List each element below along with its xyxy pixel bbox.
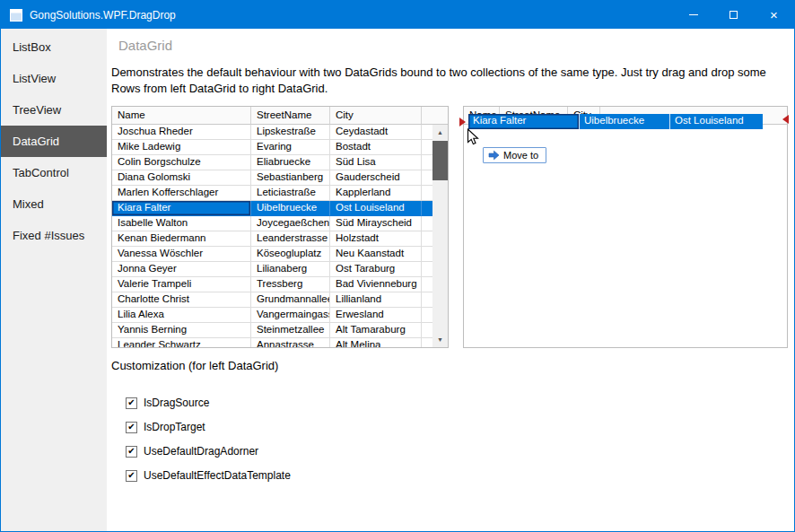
cell: Erwesland	[330, 308, 422, 323]
table-row[interactable]: Colin BorgschulzeEliabrueckeSüd Lisa	[112, 155, 432, 170]
drop-effect-label: Move to	[503, 150, 538, 161]
row-filler	[422, 308, 432, 323]
checkbox-row: ✔IsDragSource	[126, 391, 794, 415]
sidebar-item-fixed-issues[interactable]: Fixed #Issues	[1, 220, 107, 251]
table-row[interactable]: Marlen KofferschlagerLeticiastraßeKapple…	[112, 186, 432, 201]
titlebar[interactable]: GongSolutions.WPF.DragDrop ×	[1, 1, 794, 29]
row-filler	[422, 186, 432, 201]
move-arrow-icon	[488, 150, 500, 161]
check-icon: ✔	[127, 447, 135, 456]
table-row[interactable]: Kenan BiedermannLeanderstrasseHolzstadt	[112, 231, 432, 247]
cell: Isabelle Walton	[112, 216, 251, 231]
customization-title: Customization (for left DataGrid)	[111, 359, 794, 372]
table-row[interactable]: Mike LadewigEvaringBostadt	[112, 140, 432, 155]
cell: Leander Schwartz	[112, 338, 251, 347]
check-icon: ✔	[127, 398, 135, 407]
cell: Ceydastadt	[330, 125, 422, 140]
cell: Leanderstrasse	[251, 231, 330, 247]
cell: Charlotte Christ	[112, 292, 251, 308]
cell: Kenan Biedermann	[112, 231, 251, 247]
description: Demonstrates the default behaviour with …	[111, 65, 790, 98]
sidebar-item-tabcontrol[interactable]: TabControl	[1, 157, 107, 188]
drop-effect-badge: Move to	[483, 147, 546, 163]
sidebar-item-mixed[interactable]: Mixed	[1, 188, 107, 220]
maximize-button[interactable]	[713, 1, 754, 29]
minimize-button[interactable]	[673, 1, 713, 29]
cell: Alt Tamaraburg	[330, 323, 422, 338]
column-header-streetname[interactable]: StreetName	[251, 107, 330, 125]
cell: Colin Borgschulze	[112, 155, 251, 170]
cell: Ost Louiseland	[330, 201, 422, 216]
cell: Uibelbruecke	[251, 201, 330, 216]
checkbox-label: UseDefaultEffectDataTemplate	[144, 469, 291, 482]
table-row[interactable]: Charlotte ChristGrundmannalleeLillianlan…	[112, 292, 432, 308]
checkbox-usedefaulteffectdatatemplate[interactable]: ✔	[126, 470, 137, 482]
check-icon: ✔	[127, 423, 135, 432]
cell: Steinmetzallee	[251, 323, 330, 338]
table-row[interactable]: Valerie TrampeliTressbergBad Viviennebur…	[112, 277, 432, 292]
table-row[interactable]: Isabelle WaltonJoycegaeßchenSüd Miraysch…	[112, 216, 432, 231]
cell: Lilianaberg	[251, 262, 330, 277]
scrollbar-thumb[interactable]	[432, 141, 448, 180]
cell: Holzstadt	[330, 231, 422, 247]
checkbox-row: ✔IsDropTarget	[126, 415, 794, 440]
checkbox-row: ✔UseDefaultEffectDataTemplate	[126, 464, 794, 488]
sidebar-item-listview[interactable]: ListView	[1, 63, 107, 94]
row-filler	[422, 338, 432, 347]
cell: Eliabruecke	[251, 155, 330, 170]
column-header-name[interactable]: Name	[112, 107, 251, 125]
cell: Valerie Trampeli	[112, 277, 251, 292]
cell: Sebastianberg	[251, 170, 330, 186]
check-icon: ✔	[127, 471, 135, 480]
checkbox-label: IsDropTarget	[144, 421, 205, 433]
cell: Diana Golomski	[112, 170, 251, 186]
sidebar-item-datagrid[interactable]: DataGrid	[1, 126, 107, 157]
table-row[interactable]: Leander SchwartzAnnastrasseAlt Melina	[112, 338, 432, 347]
cell: Grundmannallee	[251, 292, 330, 308]
scroll-up-button[interactable]: ▲	[432, 125, 448, 140]
close-button[interactable]: ×	[754, 1, 794, 29]
drag-adorner: Kiara Falter Uibelbruecke Ost Louiseland	[468, 114, 763, 129]
header-filler	[422, 107, 448, 125]
scroll-down-button[interactable]: ▼	[432, 332, 448, 347]
close-icon: ×	[770, 8, 778, 22]
cell: Bostadt	[330, 140, 422, 155]
table-row[interactable]: Vanessa WöschlerKöseogluplatzNeu Kaansta…	[112, 247, 432, 262]
cell: Jonna Geyer	[112, 262, 251, 277]
column-header-city[interactable]: City	[330, 107, 422, 125]
checkbox-isdroptarget[interactable]: ✔	[126, 422, 137, 433]
cell: Joschua Rheder	[112, 125, 251, 140]
cell: Annastrasse	[251, 338, 330, 347]
table-row[interactable]: Joschua RhederLipskestraßeCeydastadt	[112, 125, 432, 140]
row-filler	[422, 277, 432, 292]
checkbox-isdragsource[interactable]: ✔	[126, 397, 137, 409]
sidebar: ListBoxListViewTreeViewDataGridTabContro…	[1, 29, 107, 531]
cell: Vanessa Wöschler	[112, 247, 251, 262]
cell: Neu Kaanstadt	[330, 247, 422, 262]
table-row[interactable]: Lilia AlexaVangermaingasseErwesland	[112, 308, 432, 323]
row-filler	[422, 216, 432, 231]
customization-section: Customization (for left DataGrid) ✔IsDra…	[111, 359, 794, 488]
drag-adorner-cell-street: Uibelbruecke	[580, 114, 670, 129]
left-grid-scrollbar[interactable]: ▲ ▼	[432, 125, 448, 347]
cell: Bad Vivienneburg	[330, 277, 422, 292]
sidebar-item-listbox[interactable]: ListBox	[1, 31, 107, 63]
cell: Tressberg	[251, 277, 330, 292]
table-row[interactable]: Diana GolomskiSebastianbergGauderscheid	[112, 170, 432, 186]
window-title: GongSolutions.WPF.DragDrop	[30, 9, 673, 22]
sidebar-item-treeview[interactable]: TreeView	[1, 94, 107, 126]
right-datagrid[interactable]: NameStreetNameCity	[463, 106, 788, 348]
page-title: DataGrid	[107, 29, 794, 53]
app-icon	[9, 8, 23, 22]
row-filler	[422, 262, 432, 277]
cell: Yannis Berning	[112, 323, 251, 338]
drop-insertion-caret-right	[782, 115, 789, 124]
checkbox-label: IsDragSource	[144, 397, 209, 409]
table-row[interactable]: Kiara FalterUibelbrueckeOst Louiseland	[112, 201, 432, 216]
row-filler	[422, 247, 432, 262]
table-row[interactable]: Jonna GeyerLilianabergOst Taraburg	[112, 262, 432, 277]
table-row[interactable]: Yannis BerningSteinmetzalleeAlt Tamarabu…	[112, 323, 432, 338]
checkbox-usedefaultdragadorner[interactable]: ✔	[126, 446, 137, 458]
cell: Lilia Alexa	[112, 308, 251, 323]
drag-adorner-cell-city: Ost Louiseland	[670, 114, 763, 129]
